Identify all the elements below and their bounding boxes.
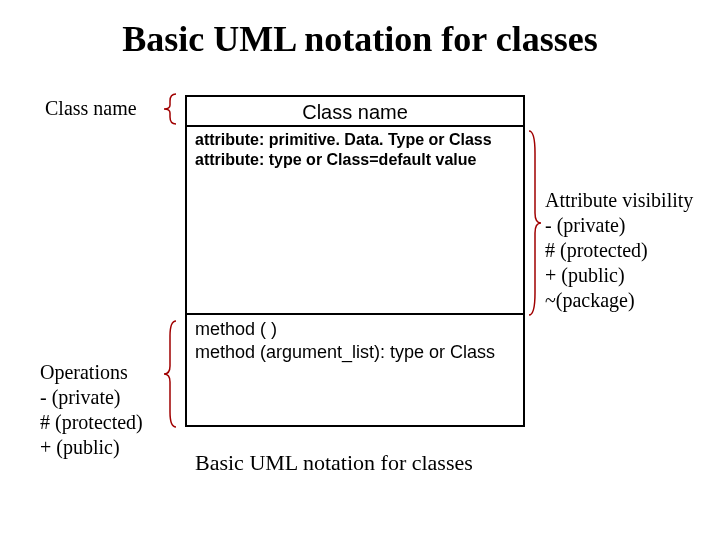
uml-class-box: Class name attribute: primitive. Data. T… — [185, 95, 525, 427]
brace-icon — [160, 318, 180, 430]
brace-icon — [525, 128, 545, 318]
uml-operations: method ( )method (argument_list): type o… — [187, 315, 523, 425]
slide: Basic UML notation for classes Class nam… — [0, 0, 720, 540]
brace-icon — [160, 92, 180, 126]
uml-attributes: attribute: primitive. Data. Type or Clas… — [187, 127, 523, 315]
label-attribute-visibility: Attribute visibility- (private)# (protec… — [545, 188, 693, 313]
caption: Basic UML notation for classes — [195, 450, 473, 476]
uml-class-name: Class name — [187, 97, 523, 127]
label-class-name: Class name — [45, 97, 137, 120]
page-title: Basic UML notation for classes — [0, 18, 720, 60]
label-operations-visibility: Operations- (private)# (protected)+ (pub… — [40, 360, 143, 460]
